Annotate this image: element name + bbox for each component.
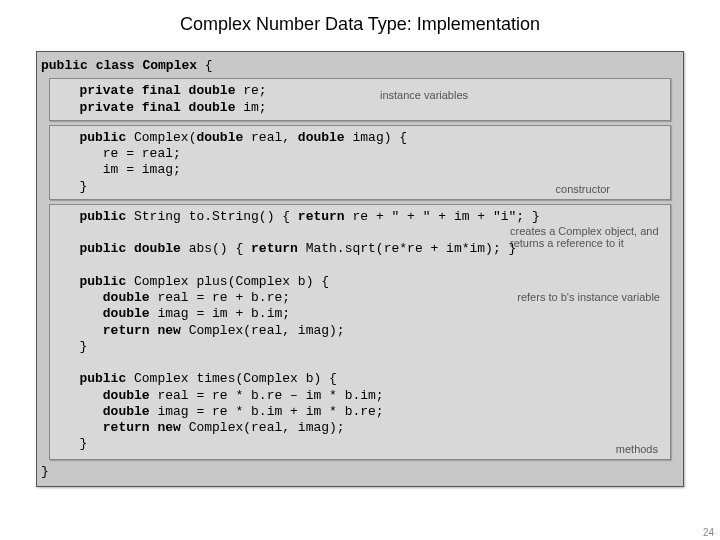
plus-line-3: double imag = im + b.im; (56, 306, 664, 322)
methods-label: methods (616, 443, 658, 455)
blank-2 (56, 258, 664, 274)
times-line-2: double real = re * b.re – im * b.im; (56, 388, 664, 404)
instance-vars-label: instance variables (380, 89, 468, 101)
class-close: } (41, 464, 679, 480)
times-line-5: } (56, 436, 664, 452)
tostring-line: public String to.String() { return re + … (56, 209, 664, 225)
instance-vars-box: private final double re; private final d… (49, 78, 671, 121)
plus-line-4: return new Complex(real, imag); (56, 323, 664, 339)
ctor-line-2: re = real; (56, 146, 664, 162)
constructor-label: constructor (556, 183, 610, 195)
page-number: 24 (703, 527, 714, 538)
constructor-box: public Complex(double real, double imag)… (49, 125, 671, 200)
times-line-1: public Complex times(Complex b) { (56, 371, 664, 387)
class-declaration: public class Complex { (41, 58, 679, 74)
refers-instance-label: refers to b's instance variable (517, 291, 660, 303)
slide-title: Complex Number Data Type: Implementation (0, 0, 720, 45)
methods-box: public String to.String() { return re + … (49, 204, 671, 460)
ivar-line-1: private final double re; (56, 83, 664, 99)
plus-line-1: public Complex plus(Complex b) { (56, 274, 664, 290)
plus-line-5: } (56, 339, 664, 355)
ivar-line-2: private final double im; (56, 100, 664, 116)
creates-object-label: creates a Complex object, and returns a … (510, 225, 660, 249)
ctor-line-1: public Complex(double real, double imag)… (56, 130, 664, 146)
blank-3 (56, 355, 664, 371)
code-outer-box: public class Complex { private final dou… (36, 51, 684, 487)
ctor-line-3: im = imag; (56, 162, 664, 178)
times-line-3: double imag = re * b.im + im * b.re; (56, 404, 664, 420)
times-line-4: return new Complex(real, imag); (56, 420, 664, 436)
